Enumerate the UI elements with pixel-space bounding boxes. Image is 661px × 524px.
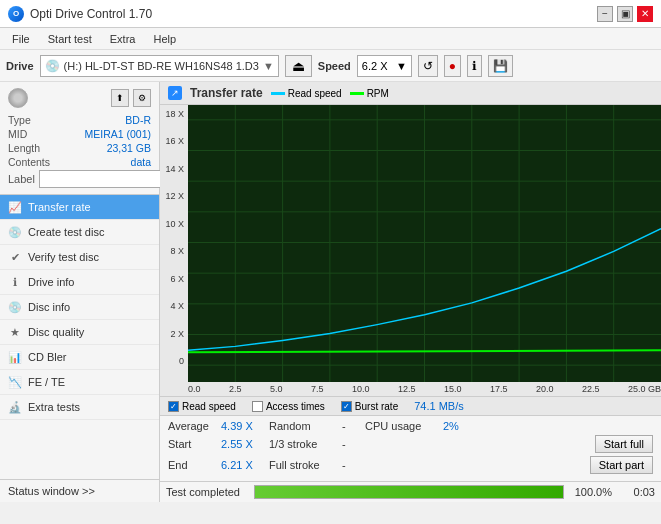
- legend-read-speed-color: [271, 92, 285, 95]
- legend-row: Read speed Access times Burst rate 74.1 …: [160, 396, 661, 415]
- stats-row-3: End 6.21 X Full stroke - Start part: [168, 456, 653, 474]
- menu-start-test[interactable]: Start test: [40, 31, 100, 47]
- nav-item-verify-test-disc[interactable]: ✔ Verify test disc: [0, 245, 159, 270]
- close-button[interactable]: ✕: [637, 6, 653, 22]
- title-bar-controls: − ▣ ✕: [597, 6, 653, 22]
- start-full-button[interactable]: Start full: [595, 435, 653, 453]
- nav-label-disc-info: Disc info: [28, 301, 70, 313]
- speed-dropdown-arrow: ▼: [396, 60, 407, 72]
- nav-label-verify-test-disc: Verify test disc: [28, 251, 99, 263]
- disc-type-value: BD-R: [125, 114, 151, 126]
- record-button[interactable]: ●: [444, 55, 461, 77]
- maximize-button[interactable]: ▣: [617, 6, 633, 22]
- save-button[interactable]: 💾: [488, 55, 513, 77]
- burst-rate-value: 74.1 MB/s: [414, 400, 464, 412]
- refresh-button[interactable]: ↺: [418, 55, 438, 77]
- chart-header: ↗ Transfer rate Read speed RPM: [160, 82, 661, 105]
- speed-label: Speed: [318, 60, 351, 72]
- drive-icon: 💿: [45, 59, 60, 73]
- title-bar-left: O Opti Drive Control 1.70: [8, 6, 152, 22]
- disc-badge-1[interactable]: ⬆: [111, 89, 129, 107]
- stroke13-value: -: [342, 438, 357, 450]
- chart-wrapper: 18 X 16 X 14 X 12 X 10 X 8 X 6 X 4 X 2 X…: [160, 105, 661, 382]
- nav-item-cd-bler[interactable]: 📊 CD Bler: [0, 345, 159, 370]
- nav-label-create-test-disc: Create test disc: [28, 226, 104, 238]
- progress-area: Test completed 100.0% 0:03: [160, 481, 661, 502]
- chart-title-icon: ↗: [168, 86, 182, 100]
- stats-area: Average 4.39 X Random - CPU usage 2% Sta…: [160, 415, 661, 481]
- x-label-15: 15.0: [444, 384, 462, 394]
- nav-label-cd-bler: CD Bler: [28, 351, 67, 363]
- title-bar: O Opti Drive Control 1.70 − ▣ ✕: [0, 0, 661, 28]
- legend-read-speed: Read speed: [271, 88, 342, 99]
- x-axis: 0.0 2.5 5.0 7.5 10.0 12.5 15.0 17.5 20.0…: [160, 382, 661, 396]
- nav-label-transfer-rate: Transfer rate: [28, 201, 91, 213]
- minimize-button[interactable]: −: [597, 6, 613, 22]
- checkbox-burst-rate[interactable]: [341, 401, 352, 412]
- disc-length-label: Length: [8, 142, 40, 154]
- menu-bar: File Start test Extra Help: [0, 28, 661, 50]
- cpu-usage-label: CPU usage: [365, 420, 435, 432]
- nav-item-transfer-rate[interactable]: 📈 Transfer rate: [0, 195, 159, 220]
- end-label: End: [168, 459, 213, 471]
- disc-info-icon: 💿: [8, 300, 22, 314]
- nav-menu: 📈 Transfer rate 💿 Create test disc ✔ Ver…: [0, 195, 159, 479]
- nav-item-disc-quality[interactable]: ★ Disc quality: [0, 320, 159, 345]
- menu-help[interactable]: Help: [145, 31, 184, 47]
- disc-icon: [8, 88, 28, 108]
- speed-selector[interactable]: 6.2 X ▼: [357, 55, 412, 77]
- x-label-0: 0.0: [188, 384, 201, 394]
- disc-badge-2[interactable]: ⚙: [133, 89, 151, 107]
- legend-check-read-speed[interactable]: Read speed: [168, 401, 236, 412]
- nav-item-create-test-disc[interactable]: 💿 Create test disc: [0, 220, 159, 245]
- random-label: Random: [269, 420, 334, 432]
- menu-extra[interactable]: Extra: [102, 31, 144, 47]
- disc-mid-row: MID MEIRA1 (001): [8, 128, 151, 140]
- transfer-rate-icon: 📈: [8, 200, 22, 214]
- nav-item-disc-info[interactable]: 💿 Disc info: [0, 295, 159, 320]
- disc-header: ⬆ ⚙: [8, 88, 151, 108]
- x-label-7-5: 7.5: [311, 384, 324, 394]
- speed-value: 6.2 X: [362, 60, 388, 72]
- legend-rpm-color: [350, 92, 364, 95]
- eject-button[interactable]: ⏏: [285, 55, 312, 77]
- nav-label-drive-info: Drive info: [28, 276, 74, 288]
- disc-length-value: 23,31 GB: [107, 142, 151, 154]
- nav-item-drive-info[interactable]: ℹ Drive info: [0, 270, 159, 295]
- legend-check-access-times[interactable]: Access times: [252, 401, 325, 412]
- chart-title: Transfer rate: [190, 86, 263, 100]
- disc-label-input[interactable]: [39, 170, 172, 188]
- checkbox-access-times[interactable]: [252, 401, 263, 412]
- fe-te-icon: 📉: [8, 375, 22, 389]
- start-part-button[interactable]: Start part: [590, 456, 653, 474]
- left-panel: ⬆ ⚙ Type BD-R MID MEIRA1 (001) Length 23…: [0, 82, 160, 502]
- y-label-4: 4 X: [160, 301, 188, 311]
- drive-dropdown-arrow: ▼: [263, 60, 274, 72]
- average-label: Average: [168, 420, 213, 432]
- disc-length-row: Length 23,31 GB: [8, 142, 151, 154]
- legend-check-burst-rate[interactable]: Burst rate: [341, 401, 398, 412]
- legend-burst-rate-text: Burst rate: [355, 401, 398, 412]
- x-label-5: 5.0: [270, 384, 283, 394]
- menu-file[interactable]: File: [4, 31, 38, 47]
- start-part-container: Start part: [590, 456, 653, 474]
- end-value: 6.21 X: [221, 459, 261, 471]
- legend-rpm: RPM: [350, 88, 389, 99]
- x-label-22-5: 22.5: [582, 384, 600, 394]
- info-button[interactable]: ℹ: [467, 55, 482, 77]
- drive-selector[interactable]: 💿 (H:) HL-DT-ST BD-RE WH16NS48 1.D3 ▼: [40, 55, 279, 77]
- drive-bar: Drive 💿 (H:) HL-DT-ST BD-RE WH16NS48 1.D…: [0, 50, 661, 82]
- disc-mid-value: MEIRA1 (001): [84, 128, 151, 140]
- checkbox-read-speed[interactable]: [168, 401, 179, 412]
- nav-item-extra-tests[interactable]: 🔬 Extra tests: [0, 395, 159, 420]
- start-label: Start: [168, 438, 213, 450]
- x-label-20: 20.0: [536, 384, 554, 394]
- x-label-12-5: 12.5: [398, 384, 416, 394]
- nav-item-fe-te[interactable]: 📉 FE / TE: [0, 370, 159, 395]
- y-label-14: 14 X: [160, 164, 188, 174]
- disc-section: ⬆ ⚙ Type BD-R MID MEIRA1 (001) Length 23…: [0, 82, 159, 195]
- status-window-button[interactable]: Status window >>: [0, 479, 159, 502]
- y-label-2: 2 X: [160, 329, 188, 339]
- disc-quality-icon: ★: [8, 325, 22, 339]
- stats-row-1: Average 4.39 X Random - CPU usage 2%: [168, 420, 653, 432]
